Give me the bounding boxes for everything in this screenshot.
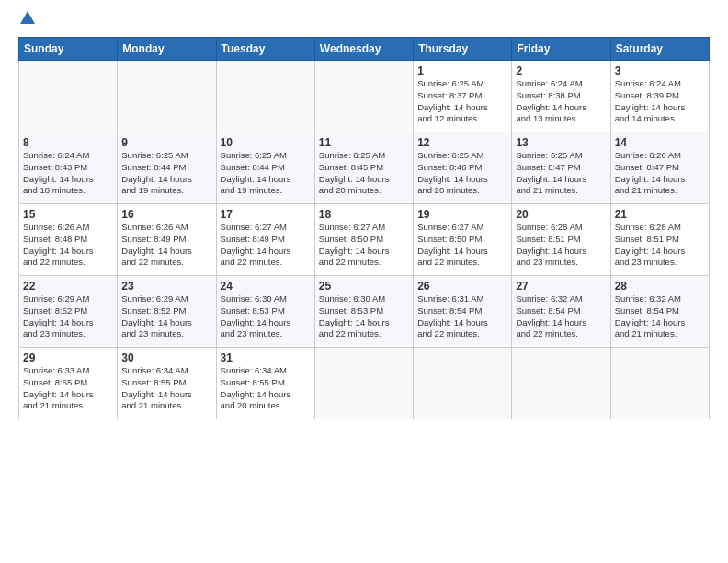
week-row-1: 1Sunrise: 6:25 AMSunset: 8:37 PMDaylight… bbox=[19, 61, 710, 132]
day-cell-2: 2Sunrise: 6:24 AMSunset: 8:38 PMDaylight… bbox=[512, 61, 610, 132]
day-cell-3: 3Sunrise: 6:24 AMSunset: 8:39 PMDaylight… bbox=[610, 61, 709, 132]
day-info: Sunrise: 6:27 AMSunset: 8:49 PMDaylight:… bbox=[221, 222, 311, 269]
day-info: Sunrise: 6:24 AMSunset: 8:38 PMDaylight:… bbox=[516, 78, 606, 125]
day-number: 16 bbox=[121, 208, 211, 221]
day-number: 11 bbox=[319, 136, 409, 149]
day-info: Sunrise: 6:28 AMSunset: 8:51 PMDaylight:… bbox=[615, 222, 705, 269]
page: SundayMondayTuesdayWednesdayThursdayFrid… bbox=[0, 0, 728, 429]
day-cell-29: 29Sunrise: 6:33 AMSunset: 8:55 PMDayligh… bbox=[19, 348, 118, 419]
day-cell-28: 28Sunrise: 6:32 AMSunset: 8:54 PMDayligh… bbox=[610, 276, 709, 348]
day-number: 1 bbox=[417, 64, 507, 77]
day-cell-30: 30Sunrise: 6:34 AMSunset: 8:55 PMDayligh… bbox=[118, 348, 216, 419]
day-number: 9 bbox=[121, 136, 211, 149]
svg-marker-0 bbox=[20, 11, 35, 24]
header-cell-tuesday: Tuesday bbox=[216, 38, 314, 61]
day-info: Sunrise: 6:30 AMSunset: 8:53 PMDaylight:… bbox=[319, 293, 409, 340]
empty-cell bbox=[512, 348, 610, 419]
header-cell-wednesday: Wednesday bbox=[314, 38, 413, 61]
day-number: 25 bbox=[319, 280, 409, 293]
day-cell-22: 22Sunrise: 6:29 AMSunset: 8:52 PMDayligh… bbox=[19, 276, 118, 348]
day-cell-13: 13Sunrise: 6:25 AMSunset: 8:47 PMDayligh… bbox=[512, 132, 610, 204]
day-cell-11: 11Sunrise: 6:25 AMSunset: 8:45 PMDayligh… bbox=[314, 132, 413, 204]
day-cell-19: 19Sunrise: 6:27 AMSunset: 8:50 PMDayligh… bbox=[414, 204, 512, 276]
day-info: Sunrise: 6:26 AMSunset: 8:47 PMDaylight:… bbox=[615, 150, 705, 197]
day-cell-17: 17Sunrise: 6:27 AMSunset: 8:49 PMDayligh… bbox=[216, 204, 314, 276]
day-number: 14 bbox=[615, 136, 705, 149]
empty-cell bbox=[414, 348, 512, 419]
header-cell-friday: Friday bbox=[512, 38, 610, 61]
day-number: 18 bbox=[319, 208, 409, 221]
day-info: Sunrise: 6:25 AMSunset: 8:44 PMDaylight:… bbox=[221, 150, 311, 197]
day-cell-27: 27Sunrise: 6:32 AMSunset: 8:54 PMDayligh… bbox=[512, 276, 610, 348]
day-cell-8: 8Sunrise: 6:24 AMSunset: 8:43 PMDaylight… bbox=[19, 132, 118, 204]
day-info: Sunrise: 6:34 AMSunset: 8:55 PMDaylight:… bbox=[121, 365, 211, 412]
day-info: Sunrise: 6:31 AMSunset: 8:54 PMDaylight:… bbox=[417, 293, 507, 340]
day-cell-26: 26Sunrise: 6:31 AMSunset: 8:54 PMDayligh… bbox=[414, 276, 512, 348]
logo-triangle-icon bbox=[20, 11, 35, 24]
day-info: Sunrise: 6:32 AMSunset: 8:54 PMDaylight:… bbox=[615, 293, 705, 340]
day-cell-21: 21Sunrise: 6:28 AMSunset: 8:51 PMDayligh… bbox=[610, 204, 709, 276]
week-row-4: 22Sunrise: 6:29 AMSunset: 8:52 PMDayligh… bbox=[19, 276, 710, 348]
day-cell-9: 9Sunrise: 6:25 AMSunset: 8:44 PMDaylight… bbox=[118, 132, 216, 204]
day-number: 21 bbox=[615, 208, 705, 221]
day-info: Sunrise: 6:24 AMSunset: 8:43 PMDaylight:… bbox=[23, 150, 113, 197]
day-number: 3 bbox=[615, 64, 705, 77]
week-row-3: 15Sunrise: 6:26 AMSunset: 8:48 PMDayligh… bbox=[19, 204, 710, 276]
day-number: 30 bbox=[121, 351, 211, 364]
logo bbox=[18, 15, 35, 31]
week-row-5: 29Sunrise: 6:33 AMSunset: 8:55 PMDayligh… bbox=[19, 348, 710, 419]
day-cell-15: 15Sunrise: 6:26 AMSunset: 8:48 PMDayligh… bbox=[19, 204, 118, 276]
day-cell-16: 16Sunrise: 6:26 AMSunset: 8:49 PMDayligh… bbox=[118, 204, 216, 276]
day-cell-10: 10Sunrise: 6:25 AMSunset: 8:44 PMDayligh… bbox=[216, 132, 314, 204]
day-number: 2 bbox=[516, 64, 606, 77]
day-info: Sunrise: 6:29 AMSunset: 8:52 PMDaylight:… bbox=[23, 293, 113, 340]
day-number: 23 bbox=[121, 280, 211, 293]
day-info: Sunrise: 6:24 AMSunset: 8:39 PMDaylight:… bbox=[615, 78, 705, 125]
day-cell-12: 12Sunrise: 6:25 AMSunset: 8:46 PMDayligh… bbox=[414, 132, 512, 204]
day-cell-31: 31Sunrise: 6:34 AMSunset: 8:55 PMDayligh… bbox=[216, 348, 314, 419]
day-info: Sunrise: 6:30 AMSunset: 8:53 PMDaylight:… bbox=[221, 293, 311, 340]
day-number: 8 bbox=[23, 136, 113, 149]
day-info: Sunrise: 6:25 AMSunset: 8:44 PMDaylight:… bbox=[121, 150, 211, 197]
day-info: Sunrise: 6:26 AMSunset: 8:48 PMDaylight:… bbox=[23, 222, 113, 269]
empty-cell bbox=[118, 61, 216, 132]
header-row: SundayMondayTuesdayWednesdayThursdayFrid… bbox=[19, 38, 710, 61]
header-cell-thursday: Thursday bbox=[414, 38, 512, 61]
day-cell-18: 18Sunrise: 6:27 AMSunset: 8:50 PMDayligh… bbox=[314, 204, 413, 276]
day-cell-24: 24Sunrise: 6:30 AMSunset: 8:53 PMDayligh… bbox=[216, 276, 314, 348]
header-cell-saturday: Saturday bbox=[610, 38, 709, 61]
empty-cell bbox=[216, 61, 314, 132]
day-info: Sunrise: 6:25 AMSunset: 8:45 PMDaylight:… bbox=[319, 150, 409, 197]
day-info: Sunrise: 6:27 AMSunset: 8:50 PMDaylight:… bbox=[319, 222, 409, 269]
calendar: SundayMondayTuesdayWednesdayThursdayFrid… bbox=[18, 37, 710, 419]
day-info: Sunrise: 6:29 AMSunset: 8:52 PMDaylight:… bbox=[121, 293, 211, 340]
week-row-2: 8Sunrise: 6:24 AMSunset: 8:43 PMDaylight… bbox=[19, 132, 710, 204]
day-number: 10 bbox=[221, 136, 311, 149]
day-number: 13 bbox=[516, 136, 606, 149]
day-number: 20 bbox=[516, 208, 606, 221]
day-number: 17 bbox=[221, 208, 311, 221]
day-number: 24 bbox=[221, 280, 311, 293]
header bbox=[18, 15, 710, 31]
day-number: 31 bbox=[221, 351, 311, 364]
day-info: Sunrise: 6:26 AMSunset: 8:49 PMDaylight:… bbox=[121, 222, 211, 269]
day-cell-23: 23Sunrise: 6:29 AMSunset: 8:52 PMDayligh… bbox=[118, 276, 216, 348]
day-info: Sunrise: 6:34 AMSunset: 8:55 PMDaylight:… bbox=[221, 365, 311, 412]
day-number: 22 bbox=[23, 280, 113, 293]
empty-cell bbox=[19, 61, 118, 132]
day-number: 19 bbox=[417, 208, 507, 221]
day-number: 28 bbox=[615, 280, 705, 293]
empty-cell bbox=[314, 61, 413, 132]
empty-cell bbox=[610, 348, 709, 419]
empty-cell bbox=[314, 348, 413, 419]
day-number: 29 bbox=[23, 351, 113, 364]
day-info: Sunrise: 6:25 AMSunset: 8:37 PMDaylight:… bbox=[417, 78, 507, 125]
day-info: Sunrise: 6:32 AMSunset: 8:54 PMDaylight:… bbox=[516, 293, 606, 340]
header-cell-monday: Monday bbox=[118, 38, 216, 61]
day-cell-14: 14Sunrise: 6:26 AMSunset: 8:47 PMDayligh… bbox=[610, 132, 709, 204]
day-info: Sunrise: 6:27 AMSunset: 8:50 PMDaylight:… bbox=[417, 222, 507, 269]
day-number: 27 bbox=[516, 280, 606, 293]
day-info: Sunrise: 6:28 AMSunset: 8:51 PMDaylight:… bbox=[516, 222, 606, 269]
day-info: Sunrise: 6:25 AMSunset: 8:47 PMDaylight:… bbox=[516, 150, 606, 197]
day-cell-20: 20Sunrise: 6:28 AMSunset: 8:51 PMDayligh… bbox=[512, 204, 610, 276]
